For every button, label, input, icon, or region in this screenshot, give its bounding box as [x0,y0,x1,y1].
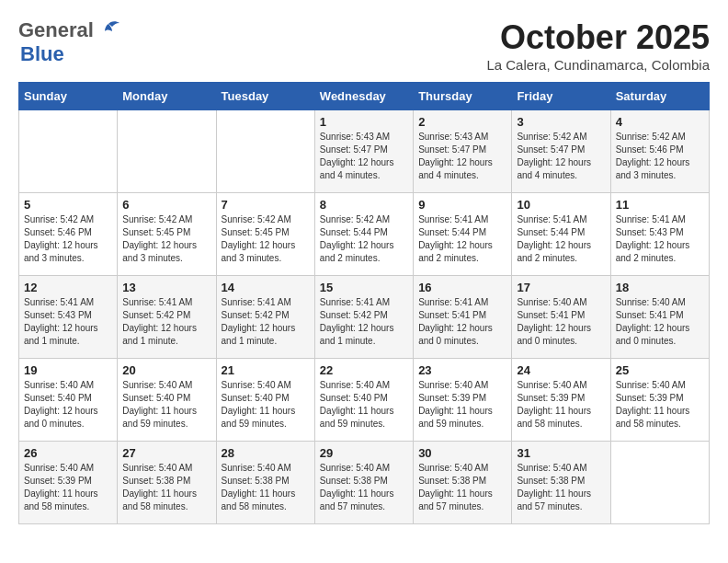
day-number: 1 [320,115,408,129]
calendar-cell: 6Sunrise: 5:42 AM Sunset: 5:45 PM Daylig… [118,193,216,276]
day-info: Sunrise: 5:40 AM Sunset: 5:39 PM Dayligh… [616,379,704,431]
day-number: 8 [320,198,408,212]
day-number: 2 [418,115,506,129]
calendar-cell [216,110,314,193]
calendar-table: SundayMondayTuesdayWednesdayThursdayFrid… [18,82,710,524]
weekday-header-friday: Friday [512,83,610,110]
day-number: 5 [24,198,112,212]
calendar-cell: 21Sunrise: 5:40 AM Sunset: 5:40 PM Dayli… [216,359,314,442]
day-number: 3 [517,115,605,129]
calendar-cell: 11Sunrise: 5:41 AM Sunset: 5:43 PM Dayli… [610,193,709,276]
month-title: October 2025 [486,18,710,57]
weekday-header-row: SundayMondayTuesdayWednesdayThursdayFrid… [19,83,710,110]
calendar-cell: 29Sunrise: 5:40 AM Sunset: 5:38 PM Dayli… [314,442,413,524]
calendar-cell: 20Sunrise: 5:40 AM Sunset: 5:40 PM Dayli… [118,359,216,442]
day-number: 4 [616,115,704,129]
calendar-cell: 12Sunrise: 5:41 AM Sunset: 5:43 PM Dayli… [19,276,118,359]
logo-general: General [18,18,94,42]
day-info: Sunrise: 5:41 AM Sunset: 5:42 PM Dayligh… [122,296,210,348]
day-number: 25 [616,363,704,377]
calendar-cell: 30Sunrise: 5:40 AM Sunset: 5:38 PM Dayli… [414,442,512,524]
week-row-2: 5Sunrise: 5:42 AM Sunset: 5:46 PM Daylig… [19,193,710,276]
week-row-1: 1Sunrise: 5:43 AM Sunset: 5:47 PM Daylig… [19,110,710,193]
calendar-cell: 9Sunrise: 5:41 AM Sunset: 5:44 PM Daylig… [414,193,512,276]
calendar-cell: 4Sunrise: 5:42 AM Sunset: 5:46 PM Daylig… [610,110,709,193]
day-number: 14 [222,281,310,294]
day-info: Sunrise: 5:41 AM Sunset: 5:42 PM Dayligh… [320,296,408,348]
calendar-cell: 10Sunrise: 5:41 AM Sunset: 5:44 PM Dayli… [512,193,610,276]
logo: General Blue [18,18,121,66]
day-info: Sunrise: 5:40 AM Sunset: 5:39 PM Dayligh… [418,379,506,431]
calendar-cell: 17Sunrise: 5:40 AM Sunset: 5:41 PM Dayli… [512,276,610,359]
day-info: Sunrise: 5:41 AM Sunset: 5:43 PM Dayligh… [24,296,112,348]
day-info: Sunrise: 5:43 AM Sunset: 5:47 PM Dayligh… [418,131,506,182]
day-info: Sunrise: 5:42 AM Sunset: 5:45 PM Dayligh… [222,213,310,265]
day-number: 23 [418,363,506,377]
weekday-header-tuesday: Tuesday [216,83,314,110]
calendar-cell: 14Sunrise: 5:41 AM Sunset: 5:42 PM Dayli… [216,276,314,359]
day-number: 13 [122,281,210,294]
day-number: 7 [222,198,310,212]
day-number: 29 [320,446,408,460]
calendar-cell [610,442,709,524]
calendar-cell: 13Sunrise: 5:41 AM Sunset: 5:42 PM Dayli… [118,276,216,359]
day-info: Sunrise: 5:40 AM Sunset: 5:38 PM Dayligh… [517,462,605,513]
day-number: 28 [222,446,310,460]
day-info: Sunrise: 5:40 AM Sunset: 5:39 PM Dayligh… [517,379,605,431]
day-number: 18 [616,281,704,294]
calendar-cell: 23Sunrise: 5:40 AM Sunset: 5:39 PM Dayli… [414,359,512,442]
day-info: Sunrise: 5:43 AM Sunset: 5:47 PM Dayligh… [320,131,408,182]
day-number: 21 [222,363,310,377]
day-info: Sunrise: 5:40 AM Sunset: 5:39 PM Dayligh… [24,462,112,513]
calendar-cell: 1Sunrise: 5:43 AM Sunset: 5:47 PM Daylig… [314,110,413,193]
weekday-header-thursday: Thursday [414,83,512,110]
day-info: Sunrise: 5:41 AM Sunset: 5:44 PM Dayligh… [517,213,605,265]
day-info: Sunrise: 5:42 AM Sunset: 5:47 PM Dayligh… [517,131,605,182]
calendar-cell: 19Sunrise: 5:40 AM Sunset: 5:40 PM Dayli… [19,359,118,442]
day-info: Sunrise: 5:40 AM Sunset: 5:38 PM Dayligh… [320,462,408,513]
day-number: 9 [418,198,506,212]
day-info: Sunrise: 5:42 AM Sunset: 5:45 PM Dayligh… [122,213,210,265]
day-info: Sunrise: 5:42 AM Sunset: 5:46 PM Dayligh… [616,131,704,182]
day-info: Sunrise: 5:41 AM Sunset: 5:44 PM Dayligh… [418,213,506,265]
day-info: Sunrise: 5:42 AM Sunset: 5:46 PM Dayligh… [24,213,112,265]
day-number: 26 [24,446,112,460]
logo-blue: Blue [20,42,64,65]
page-header: General Blue October 2025 La Calera, Cun… [18,18,710,73]
day-number: 31 [517,446,605,460]
day-number: 20 [122,363,210,377]
calendar-cell [19,110,118,193]
day-number: 30 [418,446,506,460]
calendar-cell: 16Sunrise: 5:41 AM Sunset: 5:41 PM Dayli… [414,276,512,359]
day-number: 22 [320,363,408,377]
calendar-cell: 25Sunrise: 5:40 AM Sunset: 5:39 PM Dayli… [610,359,709,442]
calendar-cell: 15Sunrise: 5:41 AM Sunset: 5:42 PM Dayli… [314,276,413,359]
day-number: 16 [418,281,506,294]
day-number: 15 [320,281,408,294]
day-info: Sunrise: 5:40 AM Sunset: 5:40 PM Dayligh… [222,379,310,431]
calendar-cell [118,110,216,193]
calendar-cell: 7Sunrise: 5:42 AM Sunset: 5:45 PM Daylig… [216,193,314,276]
title-block: October 2025 La Calera, Cundinamarca, Co… [486,18,710,73]
day-info: Sunrise: 5:40 AM Sunset: 5:40 PM Dayligh… [122,379,210,431]
calendar-cell: 5Sunrise: 5:42 AM Sunset: 5:46 PM Daylig… [19,193,118,276]
calendar-cell: 28Sunrise: 5:40 AM Sunset: 5:38 PM Dayli… [216,442,314,524]
logo-bird-icon [96,20,121,40]
calendar-cell: 27Sunrise: 5:40 AM Sunset: 5:38 PM Dayli… [118,442,216,524]
location: La Calera, Cundinamarca, Colombia [486,57,710,73]
weekday-header-wednesday: Wednesday [314,83,413,110]
day-info: Sunrise: 5:40 AM Sunset: 5:38 PM Dayligh… [418,462,506,513]
day-info: Sunrise: 5:41 AM Sunset: 5:42 PM Dayligh… [222,296,310,348]
calendar-cell: 22Sunrise: 5:40 AM Sunset: 5:40 PM Dayli… [314,359,413,442]
day-info: Sunrise: 5:41 AM Sunset: 5:41 PM Dayligh… [418,296,506,348]
day-number: 17 [517,281,605,294]
day-number: 6 [122,198,210,212]
calendar-cell: 31Sunrise: 5:40 AM Sunset: 5:38 PM Dayli… [512,442,610,524]
day-number: 11 [616,198,704,212]
calendar-cell: 24Sunrise: 5:40 AM Sunset: 5:39 PM Dayli… [512,359,610,442]
day-info: Sunrise: 5:40 AM Sunset: 5:41 PM Dayligh… [616,296,704,348]
calendar-cell: 3Sunrise: 5:42 AM Sunset: 5:47 PM Daylig… [512,110,610,193]
calendar-cell: 2Sunrise: 5:43 AM Sunset: 5:47 PM Daylig… [414,110,512,193]
day-info: Sunrise: 5:40 AM Sunset: 5:38 PM Dayligh… [122,462,210,513]
calendar-cell: 18Sunrise: 5:40 AM Sunset: 5:41 PM Dayli… [610,276,709,359]
